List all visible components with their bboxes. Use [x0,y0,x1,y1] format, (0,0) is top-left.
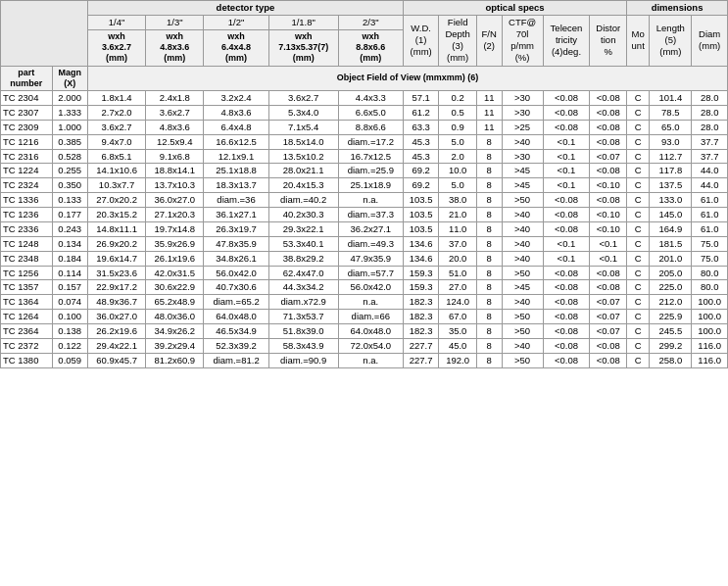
data-cell: C [627,280,650,295]
data-cell: <0.1 [543,251,590,266]
table-row: TC 12360.17720.3x15.227.1x20.336.1x27.14… [1,208,728,222]
data-cell: 245.5 [650,324,692,339]
data-cell: 8.8x6.6 [338,120,403,134]
data-cell: >40 [502,295,543,310]
data-cell: 0.2 [439,91,476,106]
data-cell: 182.3 [403,310,438,324]
data-cell: C [627,266,650,280]
data-cell: 116.0 [692,338,728,353]
data-cell: 9.4x7.0 [87,134,145,149]
data-cell: 29.4x22.1 [87,338,145,353]
data-cell: <0.08 [543,105,590,120]
data-cell: 227.7 [403,338,438,353]
data-cell: 65.2x48.9 [146,295,204,310]
part-number-cell: TC 1357 [1,280,53,295]
data-cell: 8 [476,324,502,339]
data-cell: <0.08 [590,193,627,208]
table-row: TC 13570.15722.9x17.230.6x22.940.7x30.64… [1,280,728,295]
data-cell: 103.5 [403,221,438,236]
data-cell: C [627,193,650,208]
data-cell: 124.0 [439,295,476,310]
data-cell: <0.08 [590,266,627,280]
data-cell: 69.2 [403,178,438,193]
data-cell: 37.7 [692,149,728,164]
data-cell: 3.6x2.7 [87,120,145,134]
data-cell: 28.0 [692,120,728,134]
data-cell: diam.=25.9 [338,164,403,178]
data-cell: 5.0 [439,178,476,193]
data-cell: 16.6x12.5 [204,134,268,149]
data-cell: 2.7x2.0 [87,105,145,120]
data-cell: 19.7x14.8 [146,221,204,236]
optical-specs-header: optical specs [403,1,626,16]
data-cell: 8 [476,280,502,295]
data-cell: 35.9x26.9 [146,236,204,251]
data-cell: 10.3x7.7 [87,178,145,193]
data-cell: 201.0 [650,251,692,266]
data-cell: 0.138 [52,324,87,339]
data-cell: <0.1 [543,178,590,193]
table-row: TC 23071.3332.7x2.03.6x2.74.8x3.65.3x4.0… [1,105,728,120]
data-cell: 103.5 [403,208,438,222]
data-cell: 37.0 [439,236,476,251]
data-cell: 2.4x1.8 [146,91,204,106]
data-cell: 145.0 [650,208,692,222]
data-cell: 10.0 [439,164,476,178]
tele-header: Telecentricity(4)deg. [543,15,590,66]
data-cell: 46.5x34.9 [204,324,268,339]
data-cell: 100.0 [692,310,728,324]
data-cell: 137.5 [650,178,692,193]
data-cell: <0.08 [543,120,590,134]
data-cell: <0.08 [543,310,590,324]
data-cell: C [627,105,650,120]
data-cell: 75.0 [692,251,728,266]
part-number-cell: TC 1248 [1,236,53,251]
table-row: TC 23640.13826.2x19.634.9x26.246.5x34.95… [1,324,728,339]
data-cell: <0.08 [543,353,590,367]
data-cell: 8 [476,295,502,310]
data-cell: 57.1 [403,91,438,106]
table-row: TC 23720.12229.4x22.139.2x29.452.3x39.25… [1,338,728,353]
data-cell: 182.3 [403,295,438,310]
data-cell: 212.0 [650,295,692,310]
data-cell: 13.7x10.3 [146,178,204,193]
data-cell: n.a. [338,193,403,208]
data-cell: 60.9x45.7 [87,353,145,367]
section-label: Object Field of View (mmxmm) (6) [87,66,727,91]
part-number-cell: TC 1236 [1,208,53,222]
data-cell: 2.0 [439,149,476,164]
data-cell: 11 [476,105,502,120]
data-cell: <0.07 [590,324,627,339]
data-cell: 64.0x48.0 [204,310,268,324]
fn-header: F/N(2) [476,15,502,66]
data-cell: 45.3 [403,149,438,164]
data-cell: 18.3x13.7 [204,178,268,193]
data-cell: 53.3x40.1 [268,236,338,251]
data-cell: 8 [476,221,502,236]
data-cell: 58.3x43.9 [268,338,338,353]
data-cell: 159.3 [403,280,438,295]
part-number-cell: TC 1380 [1,353,53,367]
data-cell: 0.385 [52,134,87,149]
data-cell: 8 [476,164,502,178]
data-cell: C [627,338,650,353]
data-cell: >30 [502,149,543,164]
data-cell: 0.5 [439,105,476,120]
data-cell: >40 [502,221,543,236]
data-cell: 8 [476,193,502,208]
data-cell: diam.=40.2 [268,193,338,208]
data-cell: 63.3 [403,120,438,134]
data-cell: 4.8x3.6 [204,105,268,120]
data-cell: <0.08 [590,120,627,134]
part-number-cell: TC 1256 [1,266,53,280]
data-cell: 37.7 [692,134,728,149]
size-label-1: 1/3" [146,15,204,29]
data-cell: 8 [476,310,502,324]
data-cell: <0.07 [590,295,627,310]
empty-top [1,1,88,67]
data-cell: >30 [502,105,543,120]
size-label-2: 1/2" [204,15,268,29]
part-number-cell: TC 1264 [1,310,53,324]
data-cell: 101.4 [650,91,692,106]
data-cell: 80.0 [692,266,728,280]
